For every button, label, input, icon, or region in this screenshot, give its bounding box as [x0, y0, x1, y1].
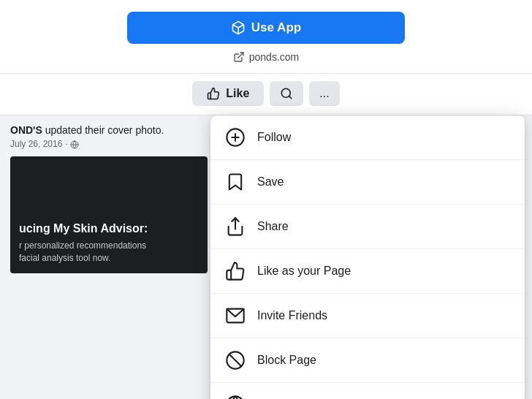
svg-line-12: [229, 354, 241, 366]
menu-item-invite-friends[interactable]: Invite Friends: [210, 294, 525, 338]
like-page-icon: [224, 259, 247, 283]
save-label: Save: [257, 175, 284, 189]
save-icon: [224, 170, 247, 194]
menu-item-follow[interactable]: Follow: [210, 115, 525, 160]
post-meta: July 26, 2016 ·: [10, 139, 202, 149]
cover-title: ucing My Skin Advisor:: [19, 222, 199, 235]
globe-icon: ·: [65, 139, 79, 149]
follow-icon: [224, 126, 247, 149]
menu-item-block-page[interactable]: Block Page: [210, 338, 525, 383]
like-as-page-label: Like as your Page: [257, 265, 351, 278]
website-link[interactable]: ponds.com: [233, 51, 299, 63]
use-app-label: Use App: [251, 20, 301, 35]
invite-friends-label: Invite Friends: [257, 309, 327, 322]
use-app-button[interactable]: Use App: [127, 12, 405, 44]
block-page-label: Block Page: [257, 354, 316, 367]
follow-label: Follow: [257, 131, 291, 144]
share-icon: [224, 215, 247, 238]
cube-icon: [231, 20, 246, 35]
menu-item-save[interactable]: Save: [210, 160, 525, 205]
post-date: July 26, 2016: [10, 139, 62, 149]
menu-item-like-as-page[interactable]: Like as your Page: [210, 249, 525, 294]
more-options-button[interactable]: ...: [309, 81, 339, 106]
like-button[interactable]: Like: [192, 81, 264, 106]
like-label: Like: [226, 87, 249, 100]
dropdown-menu: Follow Save: [210, 115, 525, 399]
thumbs-up-icon: [207, 87, 220, 100]
post-text: OND'S updated their cover photo.: [10, 124, 202, 136]
svg-line-1: [238, 53, 243, 58]
more-icon: ...: [319, 87, 329, 100]
share-label: Share: [257, 220, 289, 233]
region-icon: [224, 393, 247, 399]
menu-item-switch-region[interactable]: Switch Region: [210, 383, 525, 399]
content-area: OND'S updated their cover photo. July 26…: [0, 115, 532, 282]
search-icon: [280, 87, 293, 100]
action-buttons-bar: Like ...: [192, 74, 339, 115]
invite-icon: [224, 304, 247, 327]
post-action: updated their cover photo.: [42, 124, 164, 136]
external-link-icon: [233, 51, 245, 63]
cover-desc: r personalized recommendationsfacial ana…: [19, 240, 199, 265]
website-label: ponds.com: [249, 51, 299, 63]
post-author: OND'S: [10, 124, 42, 136]
page-background: Use App ponds.com Like: [0, 0, 532, 399]
post-area: OND'S updated their cover photo. July 26…: [0, 115, 212, 282]
menu-item-share[interactable]: Share: [210, 205, 525, 249]
svg-line-3: [289, 96, 292, 98]
search-button[interactable]: [270, 81, 303, 106]
cover-photo: ucing My Skin Advisor: r personalized re…: [10, 156, 208, 273]
top-card: Use App ponds.com Like: [0, 0, 532, 115]
block-icon: [224, 349, 247, 372]
